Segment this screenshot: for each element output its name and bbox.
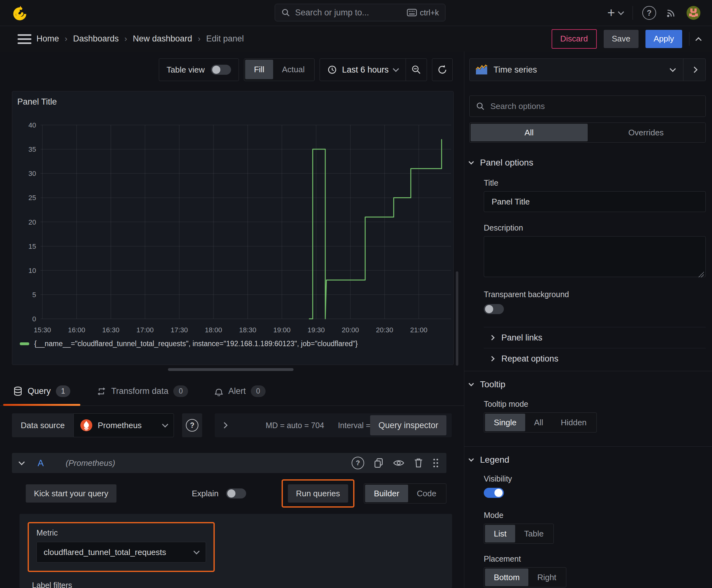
svg-text:18:30: 18:30 — [239, 326, 256, 334]
hide-query-eye-icon[interactable] — [393, 459, 404, 467]
query-ref-id: A — [38, 458, 44, 468]
help-icon[interactable]: ? — [642, 6, 656, 20]
actual-option[interactable]: Actual — [273, 60, 313, 79]
query-row-header[interactable]: A (Prometheus) ? — [12, 453, 447, 473]
options-search-input[interactable] — [490, 101, 699, 111]
svg-text:16:00: 16:00 — [68, 326, 85, 334]
tooltip-all-option[interactable]: All — [525, 414, 552, 431]
run-queries-button[interactable]: Run queries — [288, 484, 348, 503]
chevron-down-icon — [393, 66, 399, 72]
transform-icon — [97, 387, 106, 396]
placement-bottom-option[interactable]: Bottom — [485, 569, 528, 586]
svg-text:19:30: 19:30 — [307, 326, 325, 334]
breadcrumb-dashboards[interactable]: Dashboards — [73, 34, 119, 44]
metric-select[interactable]: cloudflared_tunnel_total_requests — [37, 542, 206, 563]
global-search[interactable]: Search or jump to... ctrl+k — [275, 4, 446, 21]
chevron-right-icon — [221, 422, 228, 428]
svg-text:20:30: 20:30 — [376, 326, 393, 334]
transform-count-badge: 0 — [173, 385, 188, 397]
datasource-help-button[interactable]: ? — [182, 413, 202, 437]
tooltip-header[interactable]: Tooltip — [469, 379, 706, 390]
tab-alert[interactable]: Alert 0 — [204, 377, 275, 405]
drag-handle-icon[interactable] — [433, 458, 439, 468]
tab-overrides[interactable]: Overrides — [588, 124, 705, 141]
news-rss-icon[interactable] — [666, 7, 677, 19]
svg-text:15:30: 15:30 — [34, 326, 51, 334]
time-range-picker[interactable]: Last 6 hours — [320, 59, 406, 81]
visibility-label: Visibility — [484, 474, 706, 483]
discard-button[interactable]: Discard — [552, 29, 597, 49]
query-datasource-hint: (Prometheus) — [66, 458, 115, 468]
panel-preview[interactable]: Panel Title 051015202530354015:3016:0016… — [12, 91, 454, 365]
svg-text:10: 10 — [28, 267, 36, 275]
legend-table-option[interactable]: Table — [515, 525, 552, 543]
transparent-background-toggle[interactable] — [484, 304, 504, 314]
new-menu-button[interactable]: + — [607, 6, 623, 19]
panel-options-header[interactable]: Panel options — [469, 158, 706, 168]
explain-toggle[interactable] — [226, 488, 246, 499]
datasource-picker[interactable]: Prometheus — [73, 413, 174, 437]
menu-toggle-icon[interactable] — [18, 34, 31, 44]
chart-legend[interactable]: {__name__="cloudflared_tunnel_total_requ… — [20, 339, 358, 348]
fill-option[interactable]: Fill — [245, 60, 273, 79]
options-search[interactable] — [469, 96, 706, 117]
table-view-toggle[interactable] — [211, 65, 231, 75]
keyboard-icon — [407, 9, 417, 16]
query-inspector-button[interactable]: Query inspector — [370, 415, 447, 435]
panel-title-field[interactable] — [484, 191, 706, 212]
breadcrumb-new-dashboard[interactable]: New dashboard — [133, 34, 192, 44]
collapse-query-icon[interactable] — [19, 459, 25, 465]
panel-links-section[interactable]: Panel links — [469, 327, 706, 348]
kick-start-button[interactable]: Kick start your query — [26, 484, 116, 503]
legend-list-option[interactable]: List — [485, 525, 515, 543]
breadcrumb-edit-panel: Edit panel — [206, 34, 244, 44]
grafana-logo-icon[interactable] — [11, 4, 28, 24]
tab-all[interactable]: All — [471, 124, 588, 141]
time-series-viz-icon — [475, 64, 488, 75]
svg-text:21:00: 21:00 — [410, 326, 427, 334]
zoom-out-button[interactable] — [406, 59, 427, 81]
visualization-picker[interactable]: Time series — [469, 58, 706, 81]
chevron-down-icon — [469, 381, 474, 386]
panel-title-input[interactable] — [491, 197, 698, 207]
visualization-value: Time series — [494, 65, 671, 75]
tooltip-single-option[interactable]: Single — [485, 414, 525, 431]
chevron-right-icon — [490, 335, 495, 340]
save-button[interactable]: Save — [604, 30, 639, 48]
collapse-pane-icon[interactable] — [695, 37, 702, 43]
tooltip-hidden-option[interactable]: Hidden — [552, 414, 595, 431]
placement-right-option[interactable]: Right — [528, 569, 565, 586]
legend-visibility-toggle[interactable] — [484, 488, 504, 498]
search-icon — [281, 8, 290, 17]
description-input[interactable] — [484, 236, 706, 277]
shortcut-hint: ctrl+k — [407, 8, 439, 17]
svg-text:17:00: 17:00 — [136, 326, 153, 334]
time-series-chart[interactable]: 051015202530354015:3016:0016:3017:0017:3… — [12, 109, 453, 341]
delete-query-icon[interactable] — [414, 458, 423, 468]
duplicate-query-icon[interactable] — [373, 458, 384, 468]
svg-text:40: 40 — [28, 121, 36, 129]
pane-resize-handle[interactable] — [168, 368, 294, 371]
resize-handle[interactable] — [698, 272, 704, 277]
alert-count-badge: 0 — [251, 385, 265, 397]
vertical-scrollbar[interactable] — [456, 271, 458, 365]
tab-transform-data[interactable]: Transform data 0 — [87, 377, 198, 405]
refresh-button[interactable] — [432, 58, 453, 81]
search-icon — [476, 102, 485, 110]
legend-header[interactable]: Legend — [469, 455, 706, 465]
avatar[interactable] — [686, 6, 701, 20]
repeat-options-section[interactable]: Repeat options — [469, 348, 706, 369]
datasource-label: Data source — [21, 421, 65, 430]
svg-text:25: 25 — [28, 194, 36, 202]
breadcrumb-home[interactable]: Home — [37, 34, 59, 44]
apply-button[interactable]: Apply — [645, 30, 682, 48]
legend-series-name[interactable]: {__name__="cloudflared_tunnel_total_requ… — [34, 339, 358, 348]
open-viz-list-button[interactable] — [683, 59, 706, 81]
query-help-icon[interactable]: ? — [352, 457, 364, 469]
builder-option[interactable]: Builder — [365, 485, 408, 502]
nav-bar: Home › Dashboards › New dashboard › Edit… — [0, 26, 712, 52]
legend-mode-switch: List Table — [484, 524, 554, 544]
panel-toolbar: Table view Fill Actual Last 6 hours — [159, 58, 453, 81]
tab-query[interactable]: Query 1 — [3, 377, 80, 405]
code-option[interactable]: Code — [408, 485, 445, 502]
